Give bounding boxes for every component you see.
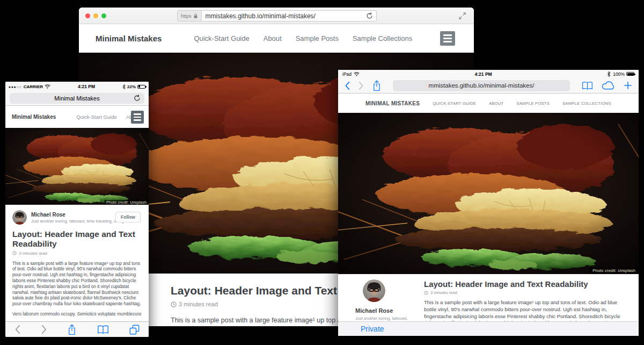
battery-icon <box>137 85 145 89</box>
site-navbar: MINIMAL MISTAKES QUICK-START GUIDE ABOUT… <box>338 94 639 113</box>
iphone-safari: ●●●○○ CARRIER 4:21 PM 22% Minimal Mistak… <box>5 82 149 337</box>
private-browsing-bar: Private <box>338 321 639 336</box>
bluetooth-icon <box>607 71 611 77</box>
nav-link-about[interactable]: ABOUT <box>489 101 503 106</box>
status-time: 4:21 PM <box>50 84 122 89</box>
nav-link-quick-start[interactable]: Quick-Start Guide <box>76 114 117 120</box>
follow-button[interactable]: Follow <box>115 212 141 222</box>
hamburger-menu-button[interactable] <box>131 111 144 124</box>
https-label: https <box>181 13 192 19</box>
post-body: This is a sample post with a large featu… <box>424 299 624 321</box>
photo-credit: Photo credit: Unsplash <box>104 200 149 205</box>
post-title: Layout: Header Image and Text Readabilit… <box>12 229 142 249</box>
clock-icon <box>12 251 17 255</box>
read-time-label: 3 minutes read <box>179 301 218 307</box>
safari-bottom-toolbar <box>5 321 149 337</box>
avatar <box>363 279 385 302</box>
close-window-button[interactable] <box>85 13 90 18</box>
cloud-icon[interactable] <box>602 81 615 90</box>
clock-icon <box>424 291 428 295</box>
private-button[interactable]: Private <box>361 325 384 333</box>
leaves-photo <box>338 113 639 274</box>
author-sidebar: Michael Rose Just another boring, tattoo… <box>355 279 424 321</box>
author-name: Michael Rose <box>355 307 424 314</box>
post-title: Layout: Header Image and Text Readabilit… <box>424 279 624 289</box>
back-icon[interactable] <box>14 325 20 334</box>
nav-link-quick-start[interactable]: QUICK-START GUIDE <box>433 101 476 106</box>
https-badge: https <box>178 11 202 21</box>
nav-links: Quick-Start Guide About Sample Posts Sam… <box>194 34 412 42</box>
avatar <box>12 210 27 225</box>
expand-icon[interactable] <box>458 12 466 20</box>
zoom-window-button[interactable] <box>101 13 106 18</box>
site-brand[interactable]: Minimal Mistakes <box>96 34 162 43</box>
read-time-label: 3 minutes read <box>430 290 457 295</box>
address-bar[interactable]: https mmistakes.github.io/minimal-mistak… <box>177 10 377 21</box>
share-icon[interactable] <box>372 80 381 91</box>
forward-icon[interactable] <box>41 325 47 334</box>
author-row: Michael Rose Just another boring, tattoo… <box>12 210 142 225</box>
post-content: Michael Rose Just another boring, tattoo… <box>5 205 149 317</box>
address-bar[interactable]: mmistakes.github.io/minimal-mistakes/ <box>393 80 570 91</box>
back-icon[interactable] <box>345 81 350 90</box>
iphone-status-bar: ●●●○○ CARRIER 4:21 PM 22% <box>5 82 149 91</box>
bookmarks-icon[interactable] <box>582 81 593 90</box>
post-main: Layout: Header Image and Text Readabilit… <box>424 279 624 321</box>
battery-icon <box>626 72 634 76</box>
nav-link-sample-collections[interactable]: SAMPLE COLLECTIONS <box>562 101 611 106</box>
device-label: iPad <box>342 71 352 77</box>
site-navbar: Minimal Mistakes Quick-Start Guide About <box>5 106 149 128</box>
post-paragraph-2: Vero laborum commodo occupy. Semiotics v… <box>12 311 142 317</box>
read-time: 3 minutes read <box>424 290 624 295</box>
nav-link-quick-start[interactable]: Quick-Start Guide <box>194 34 249 42</box>
nav-link-sample-posts[interactable]: SAMPLE POSTS <box>517 101 550 106</box>
forward-icon[interactable] <box>358 81 364 90</box>
address-bar[interactable]: Minimal Mistakes <box>10 93 144 104</box>
header-image: Photo credit: Unsplash <box>5 128 149 205</box>
post-content: Michael Rose Just another boring, tattoo… <box>338 274 639 321</box>
signal-dots: ●●●○○ <box>9 85 22 89</box>
post-paragraph-1: This is a sample post with a large featu… <box>12 261 142 307</box>
nav-link-about[interactable]: About <box>264 34 282 42</box>
leaves-photo <box>5 128 149 205</box>
new-tab-icon[interactable] <box>624 81 632 90</box>
ipad-status-bar: iPad 4:21 PM 100% <box>338 70 639 78</box>
safari-urlbar-row: Minimal Mistakes <box>5 91 149 106</box>
share-icon[interactable] <box>68 324 76 335</box>
url-text: mmistakes.github.io/minimal-mistakes/ <box>202 12 366 20</box>
site-brand[interactable]: MINIMAL MISTAKES <box>365 100 420 106</box>
reload-icon[interactable] <box>134 95 141 102</box>
site-brand[interactable]: Minimal Mistakes <box>12 114 56 120</box>
bluetooth-icon <box>122 84 126 89</box>
nav-link-sample-posts[interactable]: Sample Posts <box>296 34 339 42</box>
header-image: Photo credit: Unsplash <box>338 113 639 274</box>
clock-icon <box>171 301 177 307</box>
safari-toolbar: mmistakes.github.io/minimal-mistakes/ <box>338 78 639 94</box>
site-navbar: Minimal Mistakes Quick-Start Guide About… <box>79 24 474 53</box>
composite-stage: https mmistakes.github.io/minimal-mistak… <box>0 0 644 345</box>
post-body: This is a sample post with a large featu… <box>12 261 142 317</box>
battery-percent: 22% <box>127 84 136 89</box>
wifi-icon <box>45 84 50 89</box>
status-time: 4:21 PM <box>360 71 607 77</box>
read-time: 3 minutes read <box>12 251 142 256</box>
read-time-label: 3 minutes read <box>19 251 47 256</box>
bookmarks-icon[interactable] <box>97 325 109 334</box>
wifi-icon <box>354 72 360 76</box>
lock-icon <box>193 13 198 19</box>
url-text: mmistakes.github.io/minimal-mistakes/ <box>429 82 535 89</box>
photo-credit: Photo credit: Unsplash <box>589 267 639 274</box>
browser-titlebar: https mmistakes.github.io/minimal-mistak… <box>79 8 474 24</box>
tabs-icon[interactable] <box>129 325 140 335</box>
nav-link-sample-collections[interactable]: Sample Collections <box>353 34 412 42</box>
author-bio: Just another boring, tattooed, <box>355 316 424 321</box>
minimize-window-button[interactable] <box>93 13 98 18</box>
url-title: Minimal Mistakes <box>54 95 99 102</box>
hamburger-menu-button[interactable] <box>440 31 455 46</box>
carrier-label: CARRIER <box>24 84 43 89</box>
reload-icon[interactable] <box>366 12 373 19</box>
battery-percent: 100% <box>613 71 625 77</box>
ipad-safari: iPad 4:21 PM 100% mmistakes.github.io/mi… <box>338 70 639 341</box>
window-controls <box>85 13 106 18</box>
nav-links: Quick-Start Guide About <box>76 114 139 120</box>
